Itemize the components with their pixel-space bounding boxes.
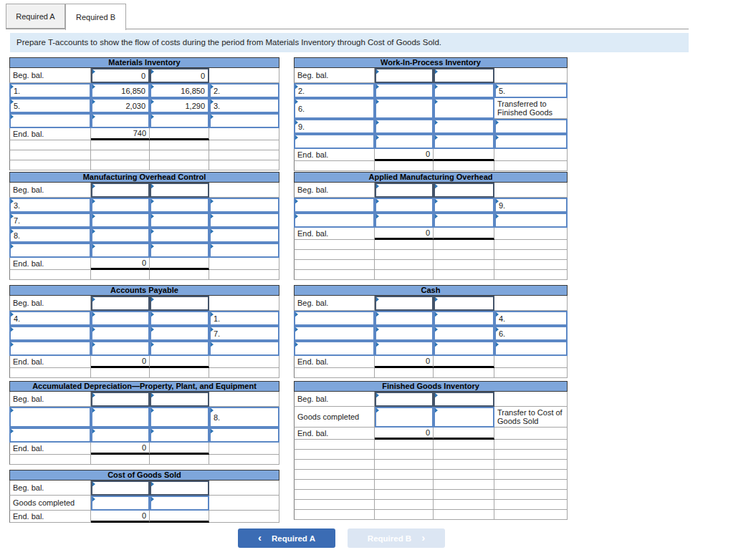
accounts-payable-r3c0-input-cell[interactable] — [9, 341, 91, 356]
manufacturing-overhead-control-r1c1-input-cell[interactable] — [91, 198, 150, 213]
accounts-payable-r1c2-input-cell[interactable] — [150, 311, 209, 326]
cost-of-goods-sold-r2c2-end-cell — [150, 511, 209, 523]
tab-required-b[interactable]: Required B — [65, 4, 126, 30]
cash-r1c3-input-cell[interactable]: 4. — [494, 311, 568, 326]
accumulated-depreciation-r2c1-input-cell[interactable] — [91, 428, 150, 443]
work-in-process-inventory-r1c3-input-cell[interactable]: 5. — [494, 83, 568, 98]
work-in-process-inventory-r3c3-input-cell[interactable] — [494, 119, 568, 134]
manufacturing-overhead-control-r2c3-input-cell[interactable] — [209, 213, 279, 228]
cash-r2c2-input-cell[interactable] — [434, 326, 494, 341]
materials-inventory-r2c3-input-cell[interactable]: 3. — [209, 98, 279, 113]
manufacturing-overhead-control-r2c1-input-cell[interactable] — [91, 213, 150, 228]
applied-manufacturing-overhead-r4c3-plain-cell — [494, 240, 568, 250]
work-in-process-inventory-r3c0-input-cell[interactable]: 9. — [294, 119, 375, 134]
accounts-payable-r1c3-input-cell[interactable]: 1. — [209, 311, 279, 326]
accumulated-depreciation-r1c3-input-cell[interactable]: 8. — [209, 407, 279, 428]
accounts-payable-r1c1-input-cell[interactable] — [91, 311, 150, 326]
accumulated-depreciation-r2c2-input-cell[interactable] — [150, 428, 209, 443]
cash-r2c0-input-cell[interactable] — [294, 326, 375, 341]
required-a-nav-button[interactable]: ‹ Required A — [238, 528, 335, 548]
applied-manufacturing-overhead-r1c3-input-cell[interactable]: 9. — [494, 198, 568, 213]
work-in-process-inventory-r1c0-input-cell[interactable]: 2. — [294, 83, 375, 98]
work-in-process-inventory-r3c2-input-cell[interactable] — [434, 119, 494, 134]
manufacturing-overhead-control-r1c2-input-cell[interactable] — [150, 198, 209, 213]
finished-goods-inventory-r1c1-input-cell[interactable] — [375, 407, 434, 428]
materials-inventory-r1c0-input-cell[interactable]: 1. — [9, 83, 91, 98]
cash-r1c1-input-cell[interactable] — [375, 311, 434, 326]
materials-inventory-r3c0-input-cell[interactable] — [9, 113, 91, 128]
work-in-process-inventory-r2c2-input-cell[interactable] — [434, 98, 494, 119]
accumulated-depreciation-r2c3-input-cell[interactable] — [209, 428, 279, 443]
applied-manufacturing-overhead-r2c0-input-cell[interactable] — [294, 213, 375, 228]
accounts-payable-r3c3-input-cell[interactable] — [209, 341, 279, 356]
cash-r1c2-input-cell[interactable] — [434, 311, 494, 326]
applied-manufacturing-overhead-r2c2-input-cell[interactable] — [434, 213, 494, 228]
cost-of-goods-sold-r1c1-input-cell[interactable] — [91, 496, 150, 511]
accounts-payable-r2c1-input-cell[interactable] — [91, 326, 150, 341]
cash-r3c2-input-cell[interactable] — [434, 341, 494, 356]
work-in-process-inventory-r1c1-input-cell[interactable] — [375, 83, 434, 98]
accounts-payable-r2c3-input-cell[interactable]: 7. — [209, 326, 279, 341]
cost-of-goods-sold-r0c3-plain-cell — [209, 481, 279, 496]
accounts-payable-r3c1-input-cell[interactable] — [91, 341, 150, 356]
cell-text: 0 — [94, 259, 146, 267]
tab-required-a[interactable]: Required A — [6, 4, 65, 29]
work-in-process-inventory-r4c3-input-cell[interactable] — [494, 134, 568, 149]
manufacturing-overhead-control-r2c2-input-cell[interactable] — [150, 213, 209, 228]
cost-of-goods-sold-r1c2-input-cell[interactable] — [150, 496, 209, 511]
cash-r1c0-input-cell[interactable] — [294, 311, 375, 326]
work-in-process-inventory-r1c2-input-cell[interactable] — [434, 83, 494, 98]
accumulated-depreciation-r4c1-plain-cell — [91, 455, 150, 465]
applied-manufacturing-overhead-r2c3-input-cell[interactable] — [494, 213, 568, 228]
accumulated-depreciation-r1c0-input-cell[interactable] — [9, 407, 91, 428]
finished-goods-inventory-r1c2-input-cell[interactable] — [434, 407, 494, 428]
applied-manufacturing-overhead-r1c2-input-cell[interactable] — [434, 198, 494, 213]
materials-inventory-r2c2-input-cell[interactable]: 1,290 — [150, 98, 209, 113]
applied-manufacturing-overhead-r2c1-input-cell[interactable] — [375, 213, 434, 228]
manufacturing-overhead-control-r1c3-input-cell[interactable] — [209, 198, 279, 213]
materials-inventory-r1c3-input-cell[interactable]: 2. — [209, 83, 279, 98]
manufacturing-overhead-control-r4c3-input-cell[interactable] — [209, 243, 279, 258]
manufacturing-overhead-control-r2c0-input-cell[interactable]: 7. — [9, 213, 91, 228]
materials-inventory-r2c1-input-cell[interactable]: 2,030 — [91, 98, 150, 113]
accumulated-depreciation-r1c2-input-cell[interactable] — [150, 407, 209, 428]
materials-inventory-r3c3-input-cell[interactable] — [209, 113, 279, 128]
manufacturing-overhead-control-r4c0-input-cell[interactable] — [9, 243, 91, 258]
accumulated-depreciation-r1c1-input-cell[interactable] — [91, 407, 150, 428]
materials-inventory-r1c1-input-cell[interactable]: 16,850 — [91, 83, 150, 98]
materials-inventory-r3c1-input-cell[interactable] — [91, 113, 150, 128]
manufacturing-overhead-control-r0c0-plain-cell: Beg. bal. — [9, 183, 91, 198]
work-in-process-inventory-r2c1-input-cell[interactable] — [375, 98, 434, 119]
applied-manufacturing-overhead-r1c0-input-cell[interactable] — [294, 198, 375, 213]
manufacturing-overhead-control-r3c1-input-cell[interactable] — [91, 228, 150, 243]
work-in-process-inventory-r2c0-input-cell[interactable]: 6. — [294, 98, 375, 119]
finished-goods-inventory-r3c0-plain-cell — [294, 440, 375, 450]
materials-inventory-r1c2-input-cell[interactable]: 16,850 — [150, 83, 209, 98]
manufacturing-overhead-control-r4c2-input-cell[interactable] — [150, 243, 209, 258]
cash-r3c3-input-cell[interactable] — [494, 341, 568, 356]
manufacturing-overhead-control-r3c3-input-cell[interactable] — [209, 228, 279, 243]
materials-inventory-r2c0-input-cell[interactable]: 5. — [9, 98, 91, 113]
work-in-process-inventory-r4c1-input-cell[interactable] — [375, 134, 434, 149]
manufacturing-overhead-control-r4c1-input-cell[interactable] — [91, 243, 150, 258]
accumulated-depreciation-row-4 — [9, 455, 279, 465]
required-b-nav-button[interactable]: Required B › — [348, 528, 445, 548]
cash-r2c1-input-cell[interactable] — [375, 326, 434, 341]
cash-r2c3-input-cell[interactable]: 6. — [494, 326, 568, 341]
accounts-payable-r2c0-input-cell[interactable] — [9, 326, 91, 341]
cash-r3c1-input-cell[interactable] — [375, 341, 434, 356]
work-in-process-inventory-r4c2-input-cell[interactable] — [434, 134, 494, 149]
manufacturing-overhead-control-r1c0-input-cell[interactable]: 3. — [9, 198, 91, 213]
accounts-payable-r2c2-input-cell[interactable] — [150, 326, 209, 341]
materials-inventory-r3c2-input-cell[interactable] — [150, 113, 209, 128]
work-in-process-inventory-r3c1-input-cell[interactable] — [375, 119, 434, 134]
finished-goods-inventory-r7c1-plain-cell — [375, 480, 434, 490]
accumulated-depreciation-r2c0-input-cell[interactable] — [9, 428, 91, 443]
cash-r3c0-input-cell[interactable] — [294, 341, 375, 356]
manufacturing-overhead-control-r3c0-input-cell[interactable]: 8. — [9, 228, 91, 243]
applied-manufacturing-overhead-r1c1-input-cell[interactable] — [375, 198, 434, 213]
work-in-process-inventory-r4c0-input-cell[interactable] — [294, 134, 375, 149]
accounts-payable-r1c0-input-cell[interactable]: 4. — [9, 311, 91, 326]
accounts-payable-r3c2-input-cell[interactable] — [150, 341, 209, 356]
manufacturing-overhead-control-r3c2-input-cell[interactable] — [150, 228, 209, 243]
